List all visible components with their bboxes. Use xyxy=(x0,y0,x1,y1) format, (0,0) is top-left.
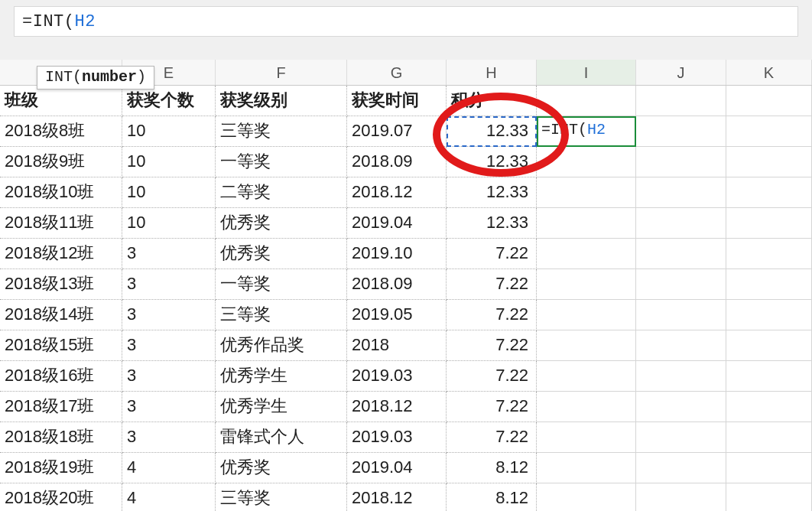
cell[interactable] xyxy=(726,239,812,269)
cell[interactable]: 2019.04 xyxy=(347,453,447,483)
cell[interactable] xyxy=(636,483,726,511)
header-empty[interactable] xyxy=(636,86,726,116)
cell[interactable]: 4 xyxy=(122,453,216,483)
cell[interactable] xyxy=(537,269,636,300)
cell[interactable] xyxy=(726,330,812,361)
header-points[interactable]: 积分 xyxy=(447,86,537,116)
cell[interactable]: 3 xyxy=(122,269,216,300)
column-header[interactable]: G xyxy=(347,60,447,85)
column-header[interactable]: H xyxy=(447,60,537,85)
cell[interactable]: 8.12 xyxy=(447,483,537,511)
cell[interactable]: 2018级13班 xyxy=(0,269,122,300)
cell[interactable] xyxy=(636,422,726,453)
cell[interactable]: 2018级9班 xyxy=(0,147,122,177)
cell[interactable]: 7.22 xyxy=(447,300,537,330)
cell[interactable]: 2018.12 xyxy=(347,177,447,208)
cell[interactable]: 3 xyxy=(122,392,216,422)
header-count[interactable]: 获奖个数 xyxy=(122,86,216,116)
cell[interactable]: 10 xyxy=(122,116,216,147)
cell[interactable]: 12.33 xyxy=(447,147,537,177)
cell[interactable]: 优秀奖 xyxy=(216,239,347,269)
cell[interactable]: 3 xyxy=(122,330,216,361)
cell[interactable]: 2018级12班 xyxy=(0,239,122,269)
cell[interactable]: 2018.09 xyxy=(347,269,447,300)
cell[interactable]: 优秀学生 xyxy=(216,361,347,392)
cell[interactable] xyxy=(726,392,812,422)
cell[interactable]: 2018.09 xyxy=(347,147,447,177)
cell[interactable]: 二等奖 xyxy=(216,177,347,208)
cell[interactable]: 2019.05 xyxy=(347,300,447,330)
cell[interactable]: 2018级17班 xyxy=(0,392,122,422)
cell[interactable]: 三等奖 xyxy=(216,116,347,147)
cell[interactable]: 一等奖 xyxy=(216,147,347,177)
cell[interactable]: 2018级8班 xyxy=(0,116,122,147)
cell[interactable] xyxy=(726,177,812,208)
cell[interactable] xyxy=(636,392,726,422)
cell[interactable] xyxy=(636,361,726,392)
cell[interactable]: 2019.04 xyxy=(347,208,447,239)
cell[interactable] xyxy=(537,147,636,177)
cell[interactable] xyxy=(537,239,636,269)
cell[interactable] xyxy=(726,116,812,147)
cell[interactable]: 优秀作品奖 xyxy=(216,330,347,361)
column-header[interactable]: F xyxy=(216,60,347,85)
formula-bar[interactable]: =INT(H2 xyxy=(14,6,798,37)
cell[interactable]: 2018 xyxy=(347,330,447,361)
cell[interactable] xyxy=(636,300,726,330)
header-empty[interactable] xyxy=(726,86,812,116)
cell[interactable]: 2018级19班 xyxy=(0,453,122,483)
cell[interactable]: 2018级14班 xyxy=(0,300,122,330)
cell[interactable]: 7.22 xyxy=(447,269,537,300)
cell[interactable] xyxy=(537,483,636,511)
cell[interactable]: 10 xyxy=(122,147,216,177)
cell[interactable] xyxy=(726,361,812,392)
cell[interactable]: 7.22 xyxy=(447,392,537,422)
cell[interactable]: 7.22 xyxy=(447,361,537,392)
cell[interactable]: 12.33 xyxy=(447,177,537,208)
cell[interactable]: 优秀学生 xyxy=(216,392,347,422)
cell[interactable] xyxy=(726,483,812,511)
cell[interactable]: 2019.10 xyxy=(347,239,447,269)
cell[interactable]: 3 xyxy=(122,422,216,453)
cell[interactable]: 10 xyxy=(122,177,216,208)
cell[interactable]: 2019.07 xyxy=(347,116,447,147)
cell[interactable]: 雷锋式个人 xyxy=(216,422,347,453)
cell[interactable] xyxy=(636,269,726,300)
cell[interactable]: 7.22 xyxy=(447,422,537,453)
cell[interactable] xyxy=(537,361,636,392)
header-time[interactable]: 获奖时间 xyxy=(347,86,447,116)
cell[interactable]: 2018.12 xyxy=(347,483,447,511)
cell[interactable] xyxy=(537,300,636,330)
cell[interactable]: 3 xyxy=(122,361,216,392)
cell[interactable] xyxy=(537,330,636,361)
cell[interactable]: 2018级15班 xyxy=(0,330,122,361)
cell[interactable] xyxy=(726,453,812,483)
cell[interactable] xyxy=(726,422,812,453)
cell[interactable] xyxy=(726,208,812,239)
cell[interactable]: 2018级18班 xyxy=(0,422,122,453)
cell[interactable]: 4 xyxy=(122,483,216,511)
cell[interactable] xyxy=(537,208,636,239)
cell[interactable]: 三等奖 xyxy=(216,300,347,330)
header-level[interactable]: 获奖级别 xyxy=(216,86,347,116)
cell[interactable]: 12.33 xyxy=(447,208,537,239)
cell[interactable]: 2018级10班 xyxy=(0,177,122,208)
cell[interactable] xyxy=(537,453,636,483)
cell[interactable]: 2019.03 xyxy=(347,361,447,392)
cell[interactable] xyxy=(726,300,812,330)
cell[interactable]: 3 xyxy=(122,300,216,330)
cell[interactable] xyxy=(537,422,636,453)
header-empty[interactable] xyxy=(537,86,636,116)
cell[interactable] xyxy=(636,208,726,239)
cell[interactable] xyxy=(636,177,726,208)
cell[interactable]: 优秀奖 xyxy=(216,453,347,483)
cell[interactable] xyxy=(636,239,726,269)
cell[interactable]: 12.33 xyxy=(447,116,537,147)
column-header[interactable]: J xyxy=(636,60,726,85)
spreadsheet[interactable]: E F G H I J K 班级 获奖个数 获奖级别 获奖时间 积分 2018级… xyxy=(0,60,812,511)
cell[interactable] xyxy=(726,147,812,177)
cell[interactable]: 7.22 xyxy=(447,239,537,269)
cell[interactable]: 7.22 xyxy=(447,330,537,361)
cell[interactable]: 优秀奖 xyxy=(216,208,347,239)
cell[interactable]: 10 xyxy=(122,208,216,239)
